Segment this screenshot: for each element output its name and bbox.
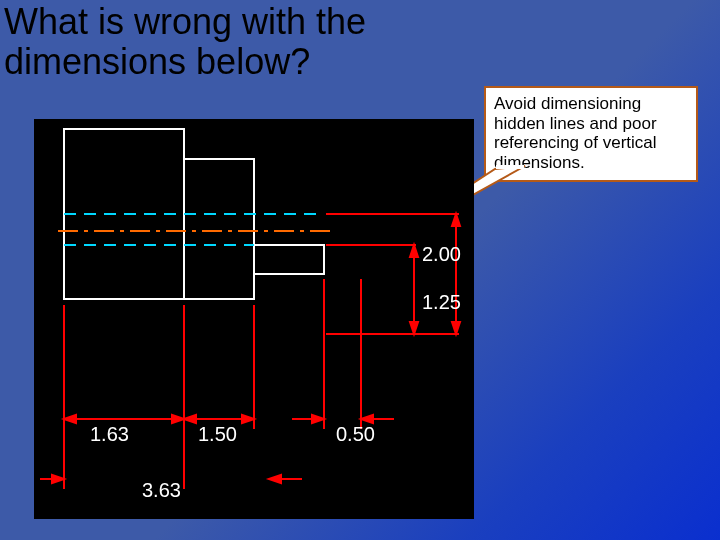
svg-marker-10 bbox=[64, 415, 76, 423]
svg-marker-29 bbox=[452, 214, 460, 226]
svg-marker-13 bbox=[184, 415, 196, 423]
dim-h-1: 1.63 bbox=[90, 423, 129, 445]
svg-marker-24 bbox=[410, 245, 418, 257]
dim-h-4: 3.63 bbox=[142, 479, 181, 501]
svg-marker-20 bbox=[52, 475, 64, 483]
svg-marker-14 bbox=[242, 415, 254, 423]
svg-marker-22 bbox=[269, 475, 281, 483]
callout-text: Avoid dimensioning hidden lines and poor… bbox=[494, 94, 657, 172]
engineering-drawing: 1.63 1.50 0.50 3.63 2.00 1.25 bbox=[34, 119, 474, 519]
dim-h-3: 0.50 bbox=[336, 423, 375, 445]
svg-marker-30 bbox=[452, 322, 460, 334]
svg-marker-18 bbox=[361, 415, 373, 423]
svg-marker-25 bbox=[410, 322, 418, 334]
dim-h-2: 1.50 bbox=[198, 423, 237, 445]
dim-v-2: 1.25 bbox=[422, 291, 461, 313]
drawing-panel: 1.63 1.50 0.50 3.63 2.00 1.25 bbox=[34, 119, 474, 519]
page-title: What is wrong with the dimensions below? bbox=[4, 2, 464, 81]
svg-marker-16 bbox=[312, 415, 324, 423]
callout-note: Avoid dimensioning hidden lines and poor… bbox=[484, 86, 698, 182]
dim-v-1: 2.00 bbox=[422, 243, 461, 265]
